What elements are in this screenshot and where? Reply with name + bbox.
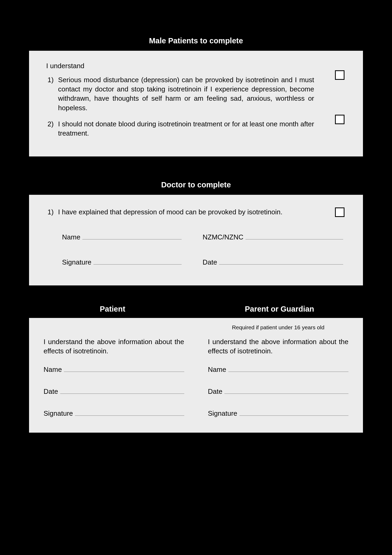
patient-header: Patient: [29, 304, 196, 314]
item-number: 1): [44, 75, 58, 112]
item-number: 1): [44, 207, 58, 217]
sign-section-header: Patient Parent or Guardian: [29, 285, 363, 318]
field-rule: [60, 388, 184, 394]
field-rule: [245, 233, 343, 239]
field-label: Date: [44, 387, 58, 396]
doctor-panel: 1) I have explained that depression of m…: [29, 195, 363, 285]
field-label: Name: [44, 365, 62, 374]
field-label: Name: [62, 233, 80, 242]
field-label: Signature: [62, 258, 91, 267]
patient-signature-field[interactable]: Signature: [44, 409, 184, 418]
doctor-signature-field[interactable]: Signature: [62, 258, 203, 267]
doctor-item-1-checkbox[interactable]: [335, 207, 344, 217]
guardian-subnote: Required if patient under 16 years old: [208, 324, 349, 331]
male-intro: I understand: [46, 61, 348, 71]
patient-name-field[interactable]: Name: [44, 365, 184, 374]
field-rule: [239, 410, 348, 416]
guardian-understand: I understand the above information about…: [208, 337, 349, 356]
male-item-2: 2) I should not donate blood during isot…: [44, 119, 348, 138]
field-rule: [219, 258, 343, 265]
guardian-signature-field[interactable]: Signature: [208, 409, 349, 418]
doctor-section-header: Doctor to complete: [29, 180, 363, 195]
patient-column: I understand the above information about…: [44, 324, 184, 418]
item-text: I should not donate blood during isotret…: [58, 119, 348, 138]
guardian-date-field[interactable]: Date: [208, 387, 349, 396]
field-rule: [93, 258, 181, 265]
guardian-header: Parent or Guardian: [196, 304, 363, 314]
field-label: Date: [208, 387, 223, 396]
item-number: 2): [44, 119, 58, 138]
form-page: Male Patients to complete I understand 1…: [29, 36, 363, 433]
field-rule: [64, 366, 184, 372]
field-rule: [224, 388, 348, 394]
patient-understand: I understand the above information about…: [44, 337, 184, 356]
guardian-column: Required if patient under 16 years old I…: [208, 324, 349, 418]
item-text: I have explained that depression of mood…: [58, 207, 348, 217]
field-rule: [75, 410, 184, 416]
guardian-name-field[interactable]: Name: [208, 365, 349, 374]
patient-date-field[interactable]: Date: [44, 387, 184, 396]
sign-panel: I understand the above information about…: [29, 318, 363, 433]
field-label: Name: [208, 365, 226, 374]
field-label: Date: [203, 258, 217, 267]
male-item-1-checkbox[interactable]: [335, 70, 344, 80]
male-item-1: 1) Serious mood disturbance (depression)…: [44, 75, 348, 112]
male-section-header: Male Patients to complete: [29, 36, 363, 51]
field-label: NZMC/NZNC: [203, 233, 244, 242]
field-rule: [228, 366, 348, 372]
male-item-2-checkbox[interactable]: [335, 115, 344, 124]
patient-subnote: [44, 324, 184, 331]
male-panel: I understand 1) Serious mood disturbance…: [29, 51, 363, 156]
doctor-nzmc-field[interactable]: NZMC/NZNC: [203, 233, 343, 242]
item-text: Serious mood disturbance (depression) ca…: [58, 75, 348, 112]
field-label: Signature: [44, 409, 73, 418]
doctor-date-field[interactable]: Date: [203, 258, 343, 267]
field-label: Signature: [208, 409, 237, 418]
field-rule: [82, 233, 181, 239]
doctor-item-1: 1) I have explained that depression of m…: [44, 207, 348, 217]
doctor-name-field[interactable]: Name: [62, 233, 203, 242]
